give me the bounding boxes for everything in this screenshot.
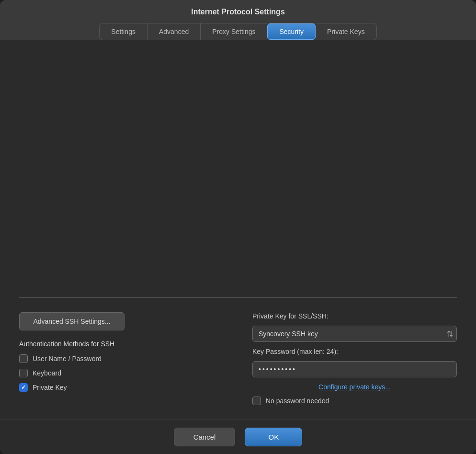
key-password-label: Key Password (max len: 24): [252, 348, 457, 355]
username-password-label: User Name / Password [33, 355, 102, 363]
section-divider [19, 297, 457, 298]
ok-button[interactable]: OK [245, 428, 302, 446]
private-key-checkbox[interactable] [19, 383, 28, 392]
tab-advanced[interactable]: Advanced [147, 23, 201, 40]
checkbox-item-private-key[interactable]: Private Key [19, 383, 224, 392]
dialog-title: Internet Protocol Settings [10, 8, 466, 16]
keyboard-label: Keyboard [33, 369, 61, 377]
private-key-label: Private Key [33, 384, 67, 391]
key-password-input[interactable] [252, 361, 457, 377]
key-select[interactable]: Syncovery SSH key None Browse... [252, 326, 457, 342]
lower-section: Advanced SSH Settings... Authentication … [19, 312, 457, 405]
checkbox-item-username[interactable]: User Name / Password [19, 354, 224, 363]
no-password-checkbox[interactable] [252, 397, 261, 405]
title-bar: Internet Protocol Settings Settings Adva… [0, 0, 476, 40]
cancel-button[interactable]: Cancel [174, 428, 236, 446]
checkbox-item-keyboard[interactable]: Keyboard [19, 369, 224, 377]
tab-security[interactable]: Security [267, 23, 316, 40]
left-panel: Advanced SSH Settings... Authentication … [19, 312, 224, 392]
content-area: Advanced SSH Settings... Authentication … [0, 40, 476, 420]
keyboard-checkbox[interactable] [19, 369, 28, 377]
dialog: Internet Protocol Settings Settings Adva… [0, 0, 476, 454]
upper-space [19, 55, 457, 297]
right-panel: Private Key for SSL/SSH: Syncovery SSH k… [252, 312, 457, 405]
dialog-footer: Cancel OK [0, 420, 476, 454]
username-password-checkbox[interactable] [19, 354, 28, 363]
tab-private-keys[interactable]: Private Keys [316, 23, 376, 40]
auth-section: Authentication Methods for SSH User Name… [19, 340, 224, 392]
auth-methods-group: User Name / Password Keyboard Private Ke… [19, 354, 224, 392]
key-select-wrapper: Syncovery SSH key None Browse... ⇅ [252, 326, 457, 342]
tab-proxy-settings[interactable]: Proxy Settings [201, 23, 267, 40]
no-password-row[interactable]: No password needed [252, 397, 457, 405]
no-password-label: No password needed [266, 397, 329, 405]
auth-methods-heading: Authentication Methods for SSH [19, 340, 224, 348]
tab-settings[interactable]: Settings [100, 23, 147, 40]
advanced-ssh-settings-button[interactable]: Advanced SSH Settings... [19, 312, 125, 330]
configure-private-keys-link[interactable]: Configure private keys... [252, 383, 457, 391]
private-key-ssl-label: Private Key for SSL/SSH: [252, 312, 457, 320]
tab-bar: Settings Advanced Proxy Settings Securit… [99, 23, 376, 40]
